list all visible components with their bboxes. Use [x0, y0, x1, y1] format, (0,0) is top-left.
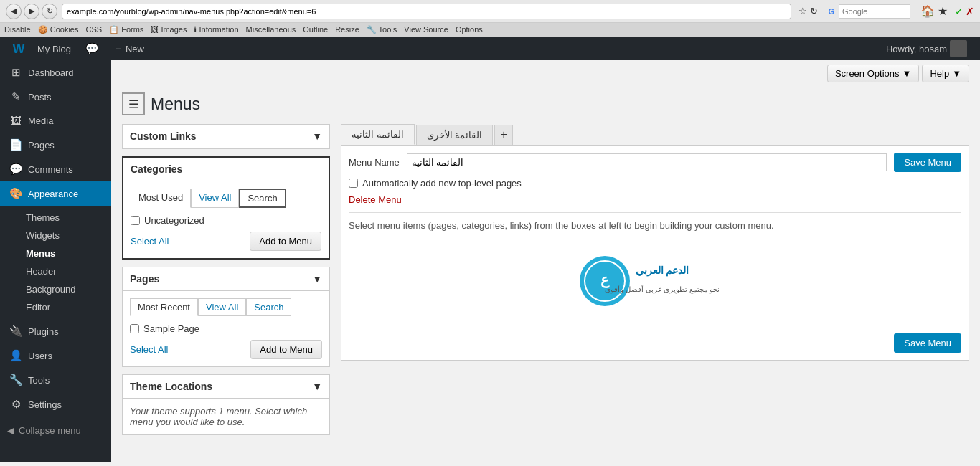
page-item-sample: Sample Page [130, 323, 322, 334]
menus-layout: Custom Links ▼ Categories Most Used View… [111, 124, 980, 453]
browser-bar: ◀ ▶ ↻ ☆ ↻ G 🏠 ★ ✓ ✗ [0, 0, 980, 23]
help-btn[interactable]: Help ▼ [922, 65, 969, 82]
forward-btn[interactable]: ▶ [24, 4, 39, 19]
comments-side-icon: 💬 [9, 163, 22, 176]
save-menu-btn-bottom[interactable]: Save Menu [894, 333, 961, 353]
pages-select-all[interactable]: Select All [130, 344, 168, 355]
toolbar-cookies[interactable]: 🍪 Cookies [38, 25, 79, 34]
menu-tab-add[interactable]: + [494, 125, 513, 145]
sidebar-label-media: Media [28, 115, 53, 126]
page-checkbox-sample[interactable] [130, 324, 139, 333]
back-btn[interactable]: ◀ [6, 4, 22, 19]
home-icon[interactable]: 🏠 [920, 4, 935, 18]
pages-tab-view-all[interactable]: View All [198, 298, 246, 316]
categories-add-to-menu-btn[interactable]: Add to Menu [250, 232, 321, 251]
categories-bottom-row: Select All Add to Menu [131, 232, 321, 251]
categories-select-all[interactable]: Select All [131, 236, 169, 247]
menu-tabs: القائمة الثانية القائمة الأخرى + [341, 124, 969, 145]
google-search-input[interactable] [839, 4, 910, 19]
check-icon: ✓ [955, 6, 963, 17]
categories-tab-view-all[interactable]: View All [191, 189, 239, 208]
toolbar-outline[interactable]: Outline [303, 25, 328, 34]
menu-name-input[interactable] [407, 153, 887, 171]
wp-admin-bar: W My Blog 💬 ＋ New Howdy, hosam [0, 37, 980, 60]
toolbar-tools[interactable]: 🔧 Tools [367, 25, 397, 34]
sidebar-item-appearance[interactable]: 🎨 Appearance [0, 181, 111, 206]
pages-header[interactable]: Pages ▼ [123, 267, 329, 291]
sidebar-item-pages[interactable]: 📄 Pages [0, 133, 111, 157]
categories-body: Most Used View All Search Uncategorized … [123, 181, 329, 258]
sidebar-item-plugins[interactable]: 🔌 Plugins [0, 319, 111, 343]
save-menu-btn-top[interactable]: Save Menu [894, 153, 961, 172]
sidebar-item-dashboard[interactable]: ⊞ Dashboard [0, 60, 111, 85]
sidebar-item-media[interactable]: 🖼 Media [0, 109, 111, 133]
toolbar-css[interactable]: CSS [85, 25, 102, 34]
sidebar-collapse-btn[interactable]: ◀ Collapse menu [0, 419, 111, 442]
sidebar-item-comments[interactable]: 💬 Comments [0, 157, 111, 181]
url-bar[interactable] [62, 4, 791, 19]
category-item-uncategorized: Uncategorized [131, 215, 321, 226]
toolbar-images[interactable]: 🖼 Images [151, 25, 187, 34]
category-label-uncategorized: Uncategorized [144, 215, 204, 226]
star-icon[interactable]: ★ [938, 4, 948, 18]
content-area: Screen Options ▼ Help ▼ ☰ Menus Custom [111, 60, 980, 462]
menu-name-label: Menu Name [349, 157, 400, 168]
theme-locations-chevron: ▼ [312, 381, 322, 392]
theme-locations-header[interactable]: Theme Locations ▼ [123, 375, 329, 399]
sidebar-sub-editor[interactable]: Editor [0, 298, 111, 316]
sidebar-item-tools[interactable]: 🔧 Tools [0, 368, 111, 392]
categories-title: Categories [131, 163, 182, 175]
admin-bar-comments[interactable]: 💬 [78, 37, 106, 60]
top-options-bar: Screen Options ▼ Help ▼ [111, 60, 980, 87]
auto-add-checkbox[interactable] [349, 179, 358, 188]
sidebar-item-users[interactable]: 👤 Users [0, 343, 111, 368]
admin-bar-myblog[interactable]: My Blog [30, 37, 78, 60]
pages-tabs: Most Recent View All Search [130, 298, 322, 316]
sidebar-sub-header[interactable]: Header [0, 262, 111, 280]
categories-tabs: Most Used View All Search [131, 189, 321, 208]
user-avatar [950, 40, 967, 57]
sidebar-sub-menus[interactable]: Menus [0, 244, 111, 262]
plugins-icon: 🔌 [9, 325, 22, 338]
sidebar-sub-widgets[interactable]: Widgets [0, 227, 111, 244]
pages-add-to-menu-btn[interactable]: Add to Menu [250, 340, 322, 359]
help-label: Help [930, 68, 949, 79]
pages-box: Pages ▼ Most Recent View All Search Samp… [122, 267, 330, 367]
toolbar-view-source[interactable]: View Source [404, 25, 448, 34]
sidebar-item-posts[interactable]: ✎ Posts [0, 85, 111, 109]
admin-bar-new[interactable]: ＋ New [106, 37, 151, 60]
categories-tab-most-used[interactable]: Most Used [131, 189, 191, 208]
toolbar-information[interactable]: ℹ Information [194, 25, 238, 34]
theme-locations-description: Your theme supports 1 menu. Select which… [130, 406, 307, 427]
sidebar-item-settings[interactable]: ⚙ Settings [0, 392, 111, 417]
delete-menu-link[interactable]: Delete Menu [349, 194, 402, 205]
sidebar-label-settings: Settings [28, 399, 62, 410]
wp-logo[interactable]: W [7, 37, 30, 60]
pages-tab-most-recent[interactable]: Most Recent [130, 298, 198, 316]
toolbar-disable[interactable]: Disable [4, 25, 31, 34]
page-label-sample: Sample Page [143, 323, 199, 334]
sidebar: ⊞ Dashboard ✎ Posts 🖼 Media 📄 Pages 💬 Co… [0, 60, 111, 462]
x-icon: ✗ [966, 6, 974, 17]
new-icon: ＋ [113, 42, 123, 55]
refresh-btn[interactable]: ↻ [42, 4, 57, 19]
page-icon-symbol: ☰ [128, 98, 138, 111]
sidebar-label-pages: Pages [28, 140, 55, 151]
category-checkbox-uncategorized[interactable] [131, 216, 140, 225]
menu-tab-other[interactable]: القائمة الأخرى [416, 125, 494, 145]
toolbar-forms[interactable]: 📋 Forms [109, 25, 143, 34]
wp-main: ⊞ Dashboard ✎ Posts 🖼 Media 📄 Pages 💬 Co… [0, 60, 980, 462]
categories-header[interactable]: Categories [123, 158, 329, 181]
screen-options-chevron: ▼ [903, 68, 912, 79]
toolbar-resize[interactable]: Resize [335, 25, 359, 34]
sidebar-sub-themes[interactable]: Themes [0, 209, 111, 227]
categories-tab-search[interactable]: Search [239, 189, 286, 208]
menu-tab-second[interactable]: القائمة الثانية [341, 124, 415, 145]
custom-links-header[interactable]: Custom Links ▼ [123, 125, 329, 148]
toolbar-miscellaneous[interactable]: Miscellaneous [246, 25, 296, 34]
sidebar-sub-background[interactable]: Background [0, 280, 111, 298]
screen-options-btn[interactable]: Screen Options ▼ [827, 65, 919, 82]
divider [349, 212, 961, 213]
toolbar-options[interactable]: Options [456, 25, 483, 34]
pages-tab-search[interactable]: Search [246, 298, 291, 316]
